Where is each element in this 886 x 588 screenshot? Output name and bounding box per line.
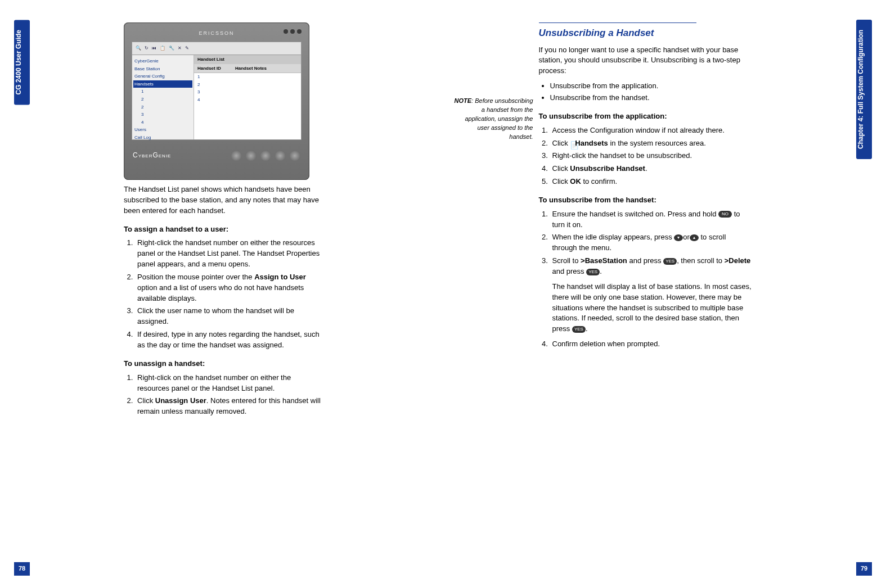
no-key-icon: NO	[718, 211, 732, 218]
app-titlebar: ERICSSON	[129, 28, 304, 39]
up-arrow-icon: ▴	[690, 234, 699, 241]
tree-item: Call Log	[133, 134, 192, 142]
left-page-number: 78	[14, 562, 30, 576]
step: If desired, type in any notes regarding …	[135, 329, 323, 351]
assign-heading: To assign a handset to a user:	[124, 224, 323, 235]
toolbar-icon: ↻	[145, 45, 149, 52]
tree-item: 1	[133, 88, 192, 96]
hs-unsub-heading: To unsubscribe from the handset:	[539, 195, 753, 206]
step: Right-click the handset number on either…	[135, 238, 323, 270]
bold-term: Assign to User	[254, 273, 306, 281]
toolbar-icon: 🔍	[136, 45, 141, 52]
note-text: : Before unsubscribing a handset from th…	[465, 97, 533, 140]
step: Right-click on the handset number on eit…	[135, 373, 323, 394]
app-toolbar: 🔍 ↻ ⏮ 📋 🔧 ✕ ✎	[132, 42, 302, 55]
tree-item: 2	[133, 96, 192, 103]
app-list: Handset List Handset ID Handset Notes 1 …	[194, 55, 301, 139]
cell: 4	[194, 96, 232, 104]
left-page: CG 2400 User Guide 78 ERICSSON 🔍 ↻ ⏮	[0, 0, 443, 588]
step: Click 📄Handsets in the system resources …	[550, 138, 753, 149]
assign-steps: Right-click the handset number on either…	[124, 238, 323, 350]
bullet-item: Unsubscribe from the application.	[550, 81, 753, 92]
bold-term: OK	[570, 177, 581, 186]
app-unsub-steps: Access the Configuration window if not a…	[539, 125, 753, 187]
list-row: 2	[194, 81, 301, 89]
step: Click Unsubscribe Handset.	[550, 164, 753, 174]
right-page: Chapter 4: Full System Configuration 79 …	[443, 0, 887, 588]
step-text: Click	[552, 164, 570, 173]
step-text: .	[600, 267, 602, 275]
toolbar-icon: ✎	[185, 45, 189, 52]
tree-item: Users	[133, 126, 192, 134]
toolbar-icon: 📋	[160, 45, 165, 52]
step-text: Click	[137, 396, 155, 405]
app-body: CyberGenie Base Station General Config H…	[132, 55, 302, 140]
app-unsub-heading: To unsubscribe from the application:	[539, 111, 753, 122]
step-text: , then scroll to	[677, 256, 725, 265]
margin-note: NOTE: Before unsubscribing a handset fro…	[455, 97, 533, 142]
unassign-steps: Right-click on the handset number on eit…	[124, 373, 323, 417]
app-screenshot: ERICSSON 🔍 ↻ ⏮ 📋 🔧 ✕ ✎	[124, 22, 309, 180]
bold-term: >Delete	[725, 256, 751, 265]
tree-item: Base Station	[133, 65, 192, 73]
tree-item: 2	[133, 103, 192, 111]
footer-circle-icon	[245, 150, 257, 161]
bold-term: Unassign User	[155, 396, 206, 405]
bold-term: >BaseStation	[581, 256, 627, 265]
cell: 1	[194, 73, 232, 81]
list-title: Handset List	[194, 55, 301, 64]
step-text: and press	[627, 256, 663, 265]
step: Confirm deletion when prompted.	[550, 339, 753, 350]
step: Click OK to confirm.	[550, 177, 753, 187]
list-row: 1	[194, 73, 301, 81]
step-text: Scroll to	[552, 256, 581, 265]
step-text: Position the mouse pointer over the	[137, 273, 254, 281]
handsets-icon: 📄	[570, 141, 575, 147]
section-title: Unsubscribing a Handset	[539, 26, 753, 40]
step-detail: The handset will display a list of base …	[552, 282, 753, 334]
toolbar-icon: 🔧	[169, 45, 174, 52]
step-text: .	[586, 324, 588, 333]
cell: 2	[194, 81, 232, 89]
bold-term: Unsubscribe Handset	[570, 164, 645, 173]
down-arrow-icon: ▾	[674, 234, 683, 241]
list-row: 4	[194, 96, 301, 104]
window-controls	[284, 29, 302, 34]
window-dot	[297, 29, 302, 34]
unassign-heading: To unassign a handset:	[124, 359, 323, 369]
right-intro: If you no longer want to use a specific …	[539, 45, 753, 77]
window-dot	[284, 29, 288, 34]
page-spread: CG 2400 User Guide 78 ERICSSON 🔍 ↻ ⏮	[0, 0, 886, 588]
yes-key-icon: YES	[586, 269, 600, 275]
footer-buttons	[231, 150, 300, 161]
toolbar-icon: ⏮	[152, 45, 156, 52]
section-rule	[539, 22, 696, 23]
step-text: and press	[552, 267, 587, 275]
tree-item: 3	[133, 111, 192, 119]
app-brand: CyberGenie	[133, 151, 171, 160]
footer-circle-icon	[289, 150, 300, 161]
left-intro: The Handset List panel shows which hands…	[124, 184, 323, 216]
list-col: Handset Notes	[232, 64, 270, 73]
right-side-tab: Chapter 4: Full System Configuration	[856, 20, 872, 159]
list-row: 3	[194, 88, 301, 96]
left-content: ERICSSON 🔍 ↻ ⏮ 📋 🔧 ✕ ✎	[124, 22, 323, 417]
note-label: NOTE	[455, 97, 472, 104]
right-content: Unsubscribing a Handset If you no longer…	[539, 22, 753, 350]
step-text: When the idle display appears, press	[552, 233, 674, 241]
step-text: The handset will display a list of base …	[552, 282, 752, 333]
footer-circle-icon	[231, 150, 242, 161]
step: Position the mouse pointer over the Assi…	[135, 272, 323, 304]
footer-circle-icon	[260, 150, 271, 161]
app-footer: CyberGenie	[129, 150, 304, 161]
step-text: .	[645, 164, 647, 173]
step-text: option and a list of users who do not ha…	[137, 283, 304, 302]
app-title-text: ERICSSON	[199, 30, 234, 37]
hs-unsub-steps: Ensure the handset is switched on. Press…	[539, 209, 753, 350]
step-text: to confirm.	[581, 177, 617, 186]
tree-item: General Config	[133, 73, 192, 80]
step: Click Unassign User. Notes entered for t…	[135, 396, 323, 417]
right-page-number: 79	[856, 562, 872, 576]
tree-item-selected: Handsets	[133, 80, 192, 88]
footer-circle-icon	[275, 150, 286, 161]
